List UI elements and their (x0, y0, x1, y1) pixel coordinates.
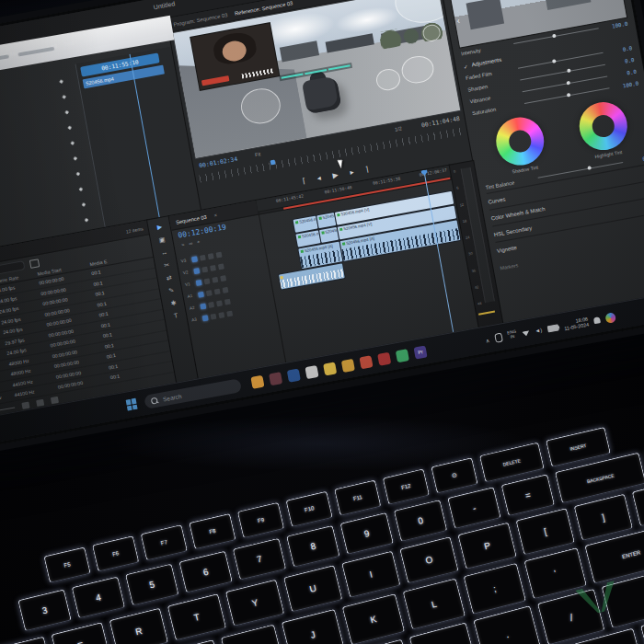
slider-value[interactable]: 100.0 (615, 80, 639, 90)
slider-knob[interactable] (587, 166, 592, 170)
pen-tool[interactable]: ✎ (168, 286, 175, 294)
keyboard-key[interactable]: / (537, 589, 605, 644)
search-input[interactable] (160, 385, 220, 403)
copilot-icon[interactable] (604, 312, 616, 324)
hand-tool[interactable]: ✱ (170, 299, 177, 307)
check-icon[interactable]: ✓ (463, 63, 468, 70)
keyboard-key[interactable]: K (342, 593, 406, 644)
color-wheel[interactable] (576, 98, 631, 154)
ripple-edit-tool[interactable]: ↔ (161, 248, 168, 257)
start-button[interactable] (126, 398, 139, 411)
microphone-icon[interactable] (494, 333, 503, 343)
transport-button[interactable]: ◂ (316, 174, 322, 184)
keyboard-key[interactable]: L (402, 578, 466, 629)
keyboard-key[interactable]: F9 (237, 502, 285, 539)
taskbar-app-icon[interactable] (323, 362, 337, 375)
track-lock-toggle[interactable] (203, 278, 210, 284)
keyboard-key[interactable]: J (282, 609, 345, 644)
keyboard-key[interactable]: F10 (285, 491, 333, 528)
transport-button[interactable]: ⌉ (364, 166, 369, 175)
section-label[interactable]: HSL Secondary (493, 224, 532, 236)
taskbar-app-icon[interactable] (305, 365, 318, 379)
track-solo-toggle[interactable] (218, 263, 224, 270)
notification-bell-icon[interactable] (593, 316, 601, 324)
keyboard-key[interactable]: I (341, 551, 401, 598)
track-mute-toggle[interactable] (216, 300, 223, 306)
taskbar-app-icon[interactable] (377, 351, 391, 365)
battery-icon[interactable] (546, 324, 558, 332)
keyboard-key[interactable]: R (109, 608, 169, 644)
keyboard-key[interactable]: 8 (286, 525, 340, 568)
source-patch-toggle[interactable] (198, 291, 204, 297)
timeline-timecode[interactable]: 00:12:00:19 (178, 223, 227, 239)
keyboard-key[interactable]: ; (463, 563, 526, 615)
track-solo-toggle[interactable] (224, 298, 231, 305)
keyboard-key[interactable]: 5 (125, 563, 179, 605)
keyboard-key[interactable]: F6 (92, 535, 140, 572)
track-solo-toggle[interactable] (222, 286, 228, 293)
keyboard-key[interactable]: ] (574, 494, 634, 541)
video-clip[interactable]: 520456 (316, 213, 336, 228)
track-select-tool[interactable]: ▣ (158, 236, 166, 244)
keyboard-key[interactable]: 7 (233, 538, 287, 581)
snap-icon[interactable]: ≈ (181, 242, 185, 248)
track-solo-toggle[interactable] (215, 251, 222, 258)
scrollbar-accent[interactable] (478, 310, 495, 315)
track-mute-toggle[interactable] (210, 264, 216, 270)
type-tool[interactable]: T (173, 312, 178, 320)
track-mute-toggle[interactable] (212, 276, 218, 282)
track-solo-toggle[interactable] (226, 310, 233, 316)
keyboard-key[interactable]: - (447, 487, 501, 529)
tint-balance-value[interactable]: 0.0 (628, 155, 644, 165)
selection-tool[interactable]: ▶ (156, 224, 163, 232)
slip-tool[interactable]: ⇄ (166, 274, 172, 282)
keyboard-key[interactable]: F11 (334, 479, 382, 516)
source-patch-toggle[interactable] (191, 256, 198, 262)
slider-knob[interactable] (567, 69, 571, 74)
track-lock-toggle[interactable] (210, 313, 216, 319)
hidden-icons-chevron[interactable]: ∧ (485, 337, 490, 344)
source-patch-toggle[interactable] (193, 268, 200, 274)
marker-icon[interactable]: ⌖ (197, 239, 201, 246)
program-timecode[interactable]: 00:01:02:34 (199, 155, 238, 169)
track-mute-toggle[interactable] (208, 253, 214, 259)
track-lock-toggle[interactable] (208, 301, 214, 307)
previous-look-icon[interactable]: ‹ (456, 16, 461, 25)
video-clip[interactable]: 520456 (319, 227, 339, 243)
intensity-value[interactable]: 100.0 (604, 20, 628, 30)
clock[interactable]: 18:06 11-05-2024 (563, 316, 590, 332)
track-mute-toggle[interactable] (214, 288, 221, 294)
track-solo-toggle[interactable] (220, 275, 226, 282)
keyboard-key[interactable]: 3 (17, 589, 72, 631)
transport-button[interactable]: ▸ (350, 167, 355, 178)
keyboard-key[interactable]: 0 (394, 500, 448, 542)
keyboard-key[interactable]: F7 (141, 524, 189, 561)
effect-controls-playhead[interactable] (130, 54, 160, 218)
slider-knob[interactable] (552, 34, 557, 39)
keyboard-key[interactable]: ⊙ (431, 457, 478, 494)
keyboard-key[interactable]: = (500, 474, 555, 516)
linked-selection-icon[interactable]: ∞ (189, 240, 193, 247)
media-name[interactable]: bgm_02.wav (0, 393, 15, 406)
razor-tool[interactable]: ✂ (164, 261, 170, 270)
taskbar-app-icon[interactable] (359, 355, 373, 369)
wifi-icon[interactable] (522, 329, 530, 337)
transport-button[interactable]: ⌈ (302, 177, 306, 186)
program-playhead-marker[interactable] (270, 160, 275, 166)
keyboard-key[interactable]: T (167, 593, 227, 640)
slider-value[interactable]: 0.0 (610, 56, 635, 66)
taskbar-app-icon[interactable] (250, 374, 264, 388)
keyboard-key[interactable]: U (283, 565, 343, 612)
source-patch-toggle[interactable] (200, 303, 206, 309)
track-lock-toggle[interactable] (201, 266, 208, 272)
keyboard-key[interactable]: [ (515, 508, 575, 555)
taskbar-app-icon[interactable] (287, 368, 301, 382)
slider-knob[interactable] (567, 93, 571, 98)
keyboard-key[interactable]: W (0, 637, 52, 644)
keyboard-key[interactable]: P (457, 523, 517, 569)
taskbar-app-icon[interactable] (396, 349, 409, 362)
track-lock-toggle[interactable] (206, 290, 213, 296)
keyboard-key[interactable]: 4 (72, 576, 126, 618)
keyboard-key[interactable]: O (399, 536, 459, 583)
slider-value[interactable]: 0.0 (613, 68, 638, 78)
